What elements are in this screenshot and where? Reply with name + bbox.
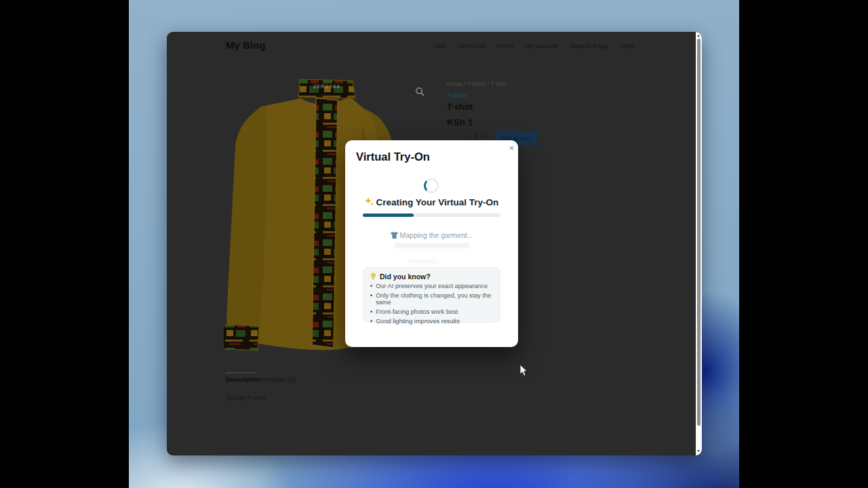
tip-text: Only the clothing is changed, you stay t…: [376, 293, 493, 306]
breadcrumb[interactable]: Home / T-shirts / T-shirt: [447, 81, 507, 87]
did-you-know-box: Did you know? Our AI preserves your exac…: [363, 267, 500, 323]
shirt-left-sleeve: [226, 106, 267, 330]
nav-item-home[interactable]: Home: [496, 42, 513, 49]
scrollbar-thumb[interactable]: [697, 39, 701, 426]
shirt-collar: [298, 79, 355, 98]
scroll-up-icon[interactable]: [697, 35, 700, 37]
status-line: Mapping the garment...: [345, 231, 518, 239]
active-tab-indicator: [226, 372, 256, 373]
brand-label: ZEROYAA: [313, 84, 340, 89]
nav-item-cart[interactable]: Cart: [434, 42, 446, 49]
product-description: Quality T-shirt: [226, 394, 265, 401]
modal-title: Virtual Try-On: [356, 150, 430, 163]
tip-text: Good lighting improves results: [376, 319, 460, 325]
progress-bar: [363, 214, 500, 217]
faded-status-remnant: [408, 260, 439, 264]
scroll-down-icon[interactable]: [697, 450, 700, 452]
tip-text: Our AI preserves your exact appearance: [376, 283, 488, 290]
tip-item: Front-facing photos work best: [370, 309, 493, 316]
tip-item: Our AI preserves your exact appearance: [370, 283, 493, 290]
main-nav: Cart Checkout Home My account Sample Pag…: [431, 42, 635, 49]
nav-item-shop[interactable]: Shop: [620, 42, 635, 49]
site-title[interactable]: My Blog: [226, 39, 265, 51]
modal-heading-text: Creating Your Virtual Try-On: [376, 197, 498, 207]
lightbulb-icon: [370, 272, 376, 281]
progress-fill: [363, 214, 414, 217]
scrollbar[interactable]: [696, 32, 702, 455]
virtual-try-on-modal: × Virtual Try-On Creating Your Virtual T…: [345, 140, 518, 347]
loading-spinner: [424, 178, 439, 193]
sparkles-icon: [365, 197, 374, 206]
close-icon[interactable]: ×: [509, 143, 514, 153]
status-text: Mapping the garment...: [399, 231, 473, 239]
shirt-placket: [312, 98, 338, 348]
nav-item-sample-page[interactable]: Sample Page: [570, 42, 608, 49]
tshirt-icon: [391, 232, 398, 239]
product-price: KSh 1: [447, 117, 473, 127]
faded-status-remnant: [394, 243, 470, 248]
product-title: T-shirt: [447, 102, 473, 112]
tip-item: Good lighting improves results: [370, 319, 493, 325]
desktop: My Blog Cart Checkout Home My account Sa…: [0, 0, 868, 488]
nav-item-my-account[interactable]: My account: [525, 42, 558, 49]
modal-heading: Creating Your Virtual Try-On: [345, 197, 518, 207]
magnifier-icon[interactable]: [415, 87, 425, 96]
quantity-increase-button[interactable]: +: [483, 131, 487, 140]
tip-text: Front-facing photos work best: [376, 309, 458, 316]
mouse-cursor: [519, 365, 528, 377]
nav-item-checkout[interactable]: Checkout: [458, 42, 485, 49]
tab-reviews[interactable]: Reviews (0): [262, 375, 296, 383]
tip-item: Only the clothing is changed, you stay t…: [370, 293, 493, 306]
category-link[interactable]: T-shirts: [447, 92, 467, 99]
tab-description[interactable]: Description: [226, 375, 261, 383]
did-you-know-title: Did you know?: [380, 272, 431, 281]
shirt-left-cuff: [224, 325, 259, 350]
browser-window: My Blog Cart Checkout Home My account Sa…: [167, 32, 702, 455]
quantity-decrease-button[interactable]: -: [464, 131, 467, 140]
quantity-input[interactable]: 1: [473, 131, 477, 140]
